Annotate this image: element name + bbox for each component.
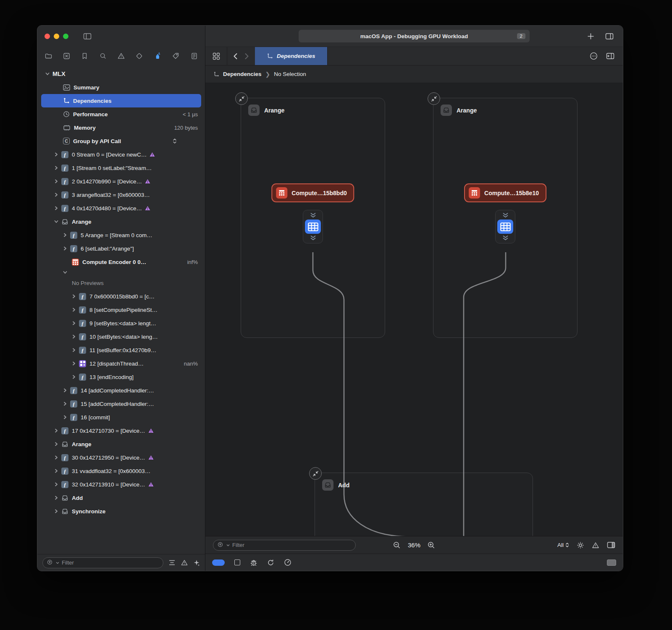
spray-icon[interactable] [153,51,162,60]
disclosure-chevron-icon[interactable] [54,193,61,197]
disclosure-chevron-icon[interactable] [72,361,79,366]
group-by-popup-icon[interactable] [173,138,177,144]
settings-gear-icon[interactable] [577,541,584,549]
toggle-panel-icon[interactable] [607,541,615,549]
tree-row[interactable]: ƒ16 [commit] [41,410,201,424]
warnings-icon[interactable] [592,542,599,549]
tree-row[interactable]: ƒ6 [setLabel:"Arange"] [41,242,201,255]
disclosure-chevron-icon[interactable] [54,206,61,210]
bookmark-icon[interactable] [80,51,89,60]
tree-row[interactable]: ƒ17 0x142710730 = [Device… [41,424,201,437]
dependency-graph-canvas[interactable]: ArangeCompute…15b8bd0ArangeCompute…15b8e… [205,83,623,536]
resource-node[interactable] [303,210,323,243]
tree-row[interactable]: Memory120 bytes [41,121,201,134]
graph-group-add[interactable]: Add [315,473,533,536]
tree-row[interactable]: Add [41,491,201,505]
tree-row[interactable]: Summary [41,81,201,94]
disclosure-chevron-icon[interactable] [54,469,61,473]
tree-row[interactable]: ƒ0 Stream 0 = [Device newC… [41,148,201,161]
grid-x-icon[interactable] [62,51,71,60]
scope-dropdown[interactable]: All [557,542,569,548]
sparkle-icon[interactable] [193,559,200,566]
tree-row[interactable]: ƒ9 [setBytes:<data> lengt… [41,316,201,330]
forward-button[interactable] [242,53,252,60]
selection-tool-icon[interactable] [234,559,240,565]
display-settings-icon[interactable] [607,559,616,566]
tag-icon[interactable] [171,51,181,60]
disclosure-chevron-icon[interactable] [54,429,61,433]
tree-row[interactable]: Arange [41,215,201,228]
disclosure-chevron-icon[interactable] [54,166,61,170]
disclosure-chevron-icon[interactable] [63,402,70,406]
tree-row[interactable]: Performance< 1 µs [41,107,201,121]
disclosure-chevron-icon[interactable] [72,294,79,298]
tree-row[interactable] [41,269,201,276]
tree-row[interactable]: ƒ11 [setBuffer:0x14270b9… [41,343,201,357]
tree-row[interactable]: ƒ7 0x6000015b8bd0 = [c… [41,290,201,303]
collapse-group-button[interactable] [428,92,440,105]
show-issues-icon[interactable] [181,559,188,566]
minimize-window-button[interactable] [54,34,59,39]
disclosure-chevron-icon[interactable] [54,482,61,486]
disclosure-chevron-icon[interactable] [54,455,61,460]
refresh-icon[interactable] [267,559,274,566]
disclosure-chevron-icon[interactable] [63,233,70,237]
tree-row[interactable]: ƒ15 [addCompletedHandler:… [41,397,201,410]
search-icon[interactable] [98,51,108,60]
disclosure-chevron-icon[interactable] [63,246,70,251]
compute-encoder-node[interactable]: Compute…15b8bd0 [271,183,354,202]
tree-row[interactable]: ƒ10 [setBytes:<data> leng… [41,330,201,343]
tree-row[interactable]: ƒ13 [endEncoding] [41,370,201,384]
list-icon[interactable] [189,51,199,60]
toggle-sidebar-icon[interactable] [83,33,92,40]
tree-row[interactable]: ƒ5 Arange = [Stream 0 com… [41,228,201,242]
zoom-out-icon[interactable] [393,541,401,549]
disclosure-chevron-icon[interactable] [72,375,79,379]
disclosure-chevron-icon[interactable] [54,509,61,513]
document-title-pill[interactable]: macOS App - Debugging GPU Workload 2 [299,30,530,42]
performance-gauge-icon[interactable] [284,559,291,566]
tab-overview-button[interactable] [205,47,227,65]
disclosure-chevron-icon[interactable] [63,270,70,274]
tree-row[interactable]: Synchronize [41,505,201,518]
tree-row[interactable]: CGroup by API Call [41,134,201,148]
disclosure-chevron-icon[interactable] [63,388,70,392]
disclosure-chevron-icon[interactable] [54,220,61,224]
diamond-icon[interactable] [135,51,144,60]
disclosure-chevron-icon[interactable] [72,335,79,339]
tree-row[interactable]: ƒ30 0x142712950 = [Device… [41,451,201,464]
collapse-group-button[interactable] [235,92,248,105]
disclosure-chevron-icon[interactable] [54,179,61,183]
back-button[interactable] [231,53,240,60]
flatten-list-icon[interactable] [168,559,176,566]
add-editor-icon[interactable] [606,52,614,60]
tree-row[interactable]: ƒ31 vvaddfloat32 = [0x600003… [41,464,201,478]
breadcrumb-item-dependencies[interactable]: Dependencies [223,71,262,77]
tree-row[interactable]: ƒ8 [setComputePipelineSt… [41,303,201,316]
disclosure-chevron-icon[interactable] [72,348,79,352]
sidebar-filter-input[interactable]: Filter [42,557,163,568]
disclosure-chevron-icon[interactable] [72,321,79,325]
zoom-in-icon[interactable] [428,541,435,549]
graph-group-arange[interactable]: ArangeCompute…15b8e10 [433,98,578,338]
disclosure-chevron-icon[interactable] [54,152,61,157]
compute-encoder-node[interactable]: Compute…15b8e10 [464,183,546,202]
disclosure-chevron-icon[interactable] [54,496,61,500]
tree-row[interactable]: MLX [41,67,201,81]
resource-node[interactable] [495,210,515,243]
tree-row[interactable]: ƒ2 0x14270b990 = [Device… [41,175,201,188]
tree-row[interactable]: 12 [dispatchThread…nan% [41,357,201,370]
zoom-window-button[interactable] [63,34,68,39]
tree-row[interactable]: ƒ4 0x14270d480 = [Device… [41,201,201,215]
close-window-button[interactable] [45,34,50,39]
folder-icon[interactable] [44,51,53,60]
warning-icon[interactable] [117,51,126,60]
tree-row[interactable]: ƒ32 0x142713910 = [Device… [41,478,201,491]
tree-row[interactable]: No Previews [41,276,201,290]
graph-filter-input[interactable]: Filter [213,540,356,551]
more-options-icon[interactable] [590,52,598,60]
disclosure-chevron-icon[interactable] [45,72,52,76]
debug-bug-icon[interactable] [250,559,257,566]
breadcrumb-item-selection[interactable]: No Selection [274,71,306,77]
tree-row[interactable]: ƒ1 [Stream 0 setLabel:"Stream… [41,161,201,175]
